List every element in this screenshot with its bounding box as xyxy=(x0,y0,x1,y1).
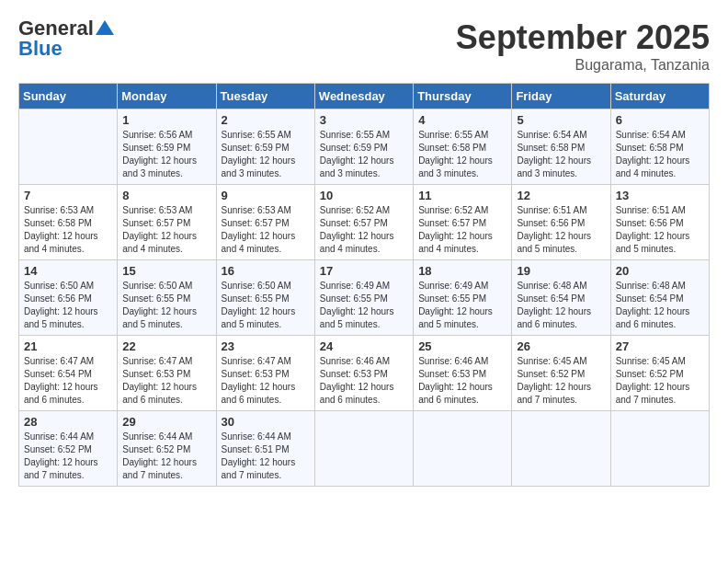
calendar-header-row: SundayMondayTuesdayWednesdayThursdayFrid… xyxy=(19,84,710,109)
day-info: Sunrise: 6:49 AM Sunset: 6:55 PM Dayligh… xyxy=(320,280,408,331)
calendar-cell: 5Sunrise: 6:54 AM Sunset: 6:58 PM Daylig… xyxy=(512,109,610,185)
calendar-cell: 10Sunrise: 6:52 AM Sunset: 6:57 PM Dayli… xyxy=(314,185,413,260)
day-number: 18 xyxy=(418,264,506,278)
calendar-cell: 23Sunrise: 6:47 AM Sunset: 6:53 PM Dayli… xyxy=(216,336,314,411)
day-info: Sunrise: 6:46 AM Sunset: 6:53 PM Dayligh… xyxy=(320,355,408,407)
calendar-cell xyxy=(610,411,709,487)
calendar-cell: 11Sunrise: 6:52 AM Sunset: 6:57 PM Dayli… xyxy=(414,185,512,260)
day-info: Sunrise: 6:45 AM Sunset: 6:52 PM Dayligh… xyxy=(616,355,704,407)
day-of-week-header: Wednesday xyxy=(314,84,413,109)
day-number: 26 xyxy=(517,339,605,353)
day-number: 30 xyxy=(222,415,310,429)
day-number: 24 xyxy=(320,339,408,353)
day-of-week-header: Tuesday xyxy=(216,84,314,109)
day-info: Sunrise: 6:50 AM Sunset: 6:56 PM Dayligh… xyxy=(24,280,112,331)
calendar-cell: 16Sunrise: 6:50 AM Sunset: 6:55 PM Dayli… xyxy=(216,260,314,336)
calendar-cell: 19Sunrise: 6:48 AM Sunset: 6:54 PM Dayli… xyxy=(512,260,610,336)
calendar-week-row: 1Sunrise: 6:56 AM Sunset: 6:59 PM Daylig… xyxy=(19,109,710,185)
day-number: 8 xyxy=(122,189,210,202)
day-of-week-header: Thursday xyxy=(414,84,512,109)
day-number: 21 xyxy=(24,339,112,353)
day-of-week-header: Monday xyxy=(118,84,216,109)
calendar-cell: 30Sunrise: 6:44 AM Sunset: 6:51 PM Dayli… xyxy=(216,411,314,487)
location: Bugarama, Tanzania xyxy=(456,57,710,74)
day-info: Sunrise: 6:52 AM Sunset: 6:57 PM Dayligh… xyxy=(418,204,506,256)
month-title: September 2025 xyxy=(456,18,710,57)
day-number: 23 xyxy=(222,339,310,353)
calendar-cell: 20Sunrise: 6:48 AM Sunset: 6:54 PM Dayli… xyxy=(610,260,709,336)
calendar-week-row: 7Sunrise: 6:53 AM Sunset: 6:58 PM Daylig… xyxy=(19,185,710,260)
logo: General Blue xyxy=(18,18,114,59)
calendar-cell xyxy=(314,411,413,487)
day-number: 27 xyxy=(616,339,704,353)
day-number: 28 xyxy=(24,415,112,429)
calendar-week-row: 14Sunrise: 6:50 AM Sunset: 6:56 PM Dayli… xyxy=(19,260,710,336)
calendar-cell: 25Sunrise: 6:46 AM Sunset: 6:53 PM Dayli… xyxy=(414,336,512,411)
day-info: Sunrise: 6:52 AM Sunset: 6:57 PM Dayligh… xyxy=(320,204,408,256)
calendar-week-row: 28Sunrise: 6:44 AM Sunset: 6:52 PM Dayli… xyxy=(19,411,710,487)
day-info: Sunrise: 6:55 AM Sunset: 6:59 PM Dayligh… xyxy=(222,129,310,180)
day-number: 9 xyxy=(222,189,310,202)
logo-blue-text: Blue xyxy=(18,39,63,59)
calendar-cell: 4Sunrise: 6:55 AM Sunset: 6:58 PM Daylig… xyxy=(414,109,512,185)
day-of-week-header: Saturday xyxy=(610,84,709,109)
calendar-cell: 1Sunrise: 6:56 AM Sunset: 6:59 PM Daylig… xyxy=(118,109,216,185)
calendar-cell: 29Sunrise: 6:44 AM Sunset: 6:52 PM Dayli… xyxy=(118,411,216,487)
day-of-week-header: Sunday xyxy=(19,84,118,109)
day-info: Sunrise: 6:55 AM Sunset: 6:58 PM Dayligh… xyxy=(418,129,506,180)
day-info: Sunrise: 6:48 AM Sunset: 6:54 PM Dayligh… xyxy=(517,280,605,331)
calendar-cell: 3Sunrise: 6:55 AM Sunset: 6:59 PM Daylig… xyxy=(314,109,413,185)
calendar-cell: 13Sunrise: 6:51 AM Sunset: 6:56 PM Dayli… xyxy=(610,185,709,260)
page-header: General Blue September 2025 Bugarama, Ta… xyxy=(18,18,710,74)
calendar-cell: 21Sunrise: 6:47 AM Sunset: 6:54 PM Dayli… xyxy=(19,336,118,411)
day-number: 12 xyxy=(517,189,605,202)
calendar-cell: 7Sunrise: 6:53 AM Sunset: 6:58 PM Daylig… xyxy=(19,185,118,260)
day-info: Sunrise: 6:51 AM Sunset: 6:56 PM Dayligh… xyxy=(616,204,704,256)
day-number: 16 xyxy=(222,264,310,278)
day-info: Sunrise: 6:50 AM Sunset: 6:55 PM Dayligh… xyxy=(122,280,210,331)
calendar-cell: 15Sunrise: 6:50 AM Sunset: 6:55 PM Dayli… xyxy=(118,260,216,336)
day-info: Sunrise: 6:53 AM Sunset: 6:57 PM Dayligh… xyxy=(122,204,210,256)
day-number: 6 xyxy=(616,113,704,127)
day-info: Sunrise: 6:46 AM Sunset: 6:53 PM Dayligh… xyxy=(418,355,506,407)
day-info: Sunrise: 6:50 AM Sunset: 6:55 PM Dayligh… xyxy=(222,280,310,331)
day-number: 11 xyxy=(418,189,506,202)
day-info: Sunrise: 6:53 AM Sunset: 6:57 PM Dayligh… xyxy=(222,204,310,256)
day-info: Sunrise: 6:56 AM Sunset: 6:59 PM Dayligh… xyxy=(122,129,210,180)
day-info: Sunrise: 6:48 AM Sunset: 6:54 PM Dayligh… xyxy=(616,280,704,331)
calendar-week-row: 21Sunrise: 6:47 AM Sunset: 6:54 PM Dayli… xyxy=(19,336,710,411)
day-info: Sunrise: 6:44 AM Sunset: 6:52 PM Dayligh… xyxy=(24,431,112,482)
calendar-cell: 6Sunrise: 6:54 AM Sunset: 6:58 PM Daylig… xyxy=(610,109,709,185)
calendar-cell: 24Sunrise: 6:46 AM Sunset: 6:53 PM Dayli… xyxy=(314,336,413,411)
day-number: 25 xyxy=(418,339,506,353)
day-number: 14 xyxy=(24,264,112,278)
day-info: Sunrise: 6:44 AM Sunset: 6:51 PM Dayligh… xyxy=(222,431,310,482)
calendar-cell xyxy=(512,411,610,487)
calendar-cell: 8Sunrise: 6:53 AM Sunset: 6:57 PM Daylig… xyxy=(118,185,216,260)
day-of-week-header: Friday xyxy=(512,84,610,109)
calendar-cell: 12Sunrise: 6:51 AM Sunset: 6:56 PM Dayli… xyxy=(512,185,610,260)
day-number: 20 xyxy=(616,264,704,278)
day-number: 3 xyxy=(320,113,408,127)
calendar-cell: 2Sunrise: 6:55 AM Sunset: 6:59 PM Daylig… xyxy=(216,109,314,185)
day-number: 2 xyxy=(222,113,310,127)
day-number: 29 xyxy=(122,415,210,429)
day-number: 22 xyxy=(122,339,210,353)
day-number: 1 xyxy=(122,113,210,127)
day-info: Sunrise: 6:45 AM Sunset: 6:52 PM Dayligh… xyxy=(517,355,605,407)
logo-icon xyxy=(96,18,114,35)
calendar-cell: 9Sunrise: 6:53 AM Sunset: 6:57 PM Daylig… xyxy=(216,185,314,260)
day-number: 4 xyxy=(418,113,506,127)
calendar-cell: 14Sunrise: 6:50 AM Sunset: 6:56 PM Dayli… xyxy=(19,260,118,336)
calendar-cell xyxy=(19,109,118,185)
day-info: Sunrise: 6:55 AM Sunset: 6:59 PM Dayligh… xyxy=(320,129,408,180)
day-info: Sunrise: 6:44 AM Sunset: 6:52 PM Dayligh… xyxy=(122,431,210,482)
calendar-table: SundayMondayTuesdayWednesdayThursdayFrid… xyxy=(18,83,710,487)
day-info: Sunrise: 6:49 AM Sunset: 6:55 PM Dayligh… xyxy=(418,280,506,331)
calendar-cell: 26Sunrise: 6:45 AM Sunset: 6:52 PM Dayli… xyxy=(512,336,610,411)
day-info: Sunrise: 6:54 AM Sunset: 6:58 PM Dayligh… xyxy=(616,129,704,180)
logo-general-text: General xyxy=(18,18,94,39)
calendar-cell: 17Sunrise: 6:49 AM Sunset: 6:55 PM Dayli… xyxy=(314,260,413,336)
day-info: Sunrise: 6:51 AM Sunset: 6:56 PM Dayligh… xyxy=(517,204,605,256)
day-number: 5 xyxy=(517,113,605,127)
